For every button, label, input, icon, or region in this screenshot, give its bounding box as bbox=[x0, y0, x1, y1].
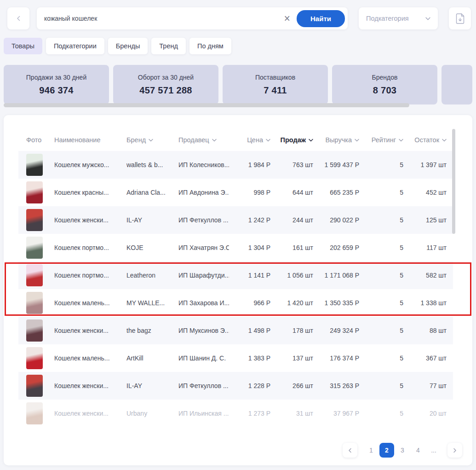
product-name[interactable]: Кошелек портмо... bbox=[54, 272, 126, 279]
pagination-page-...[interactable]: ... bbox=[426, 443, 441, 458]
product-stock: 88 шт bbox=[403, 327, 447, 334]
column-header[interactable]: Бренд bbox=[126, 136, 178, 144]
stat-value: 8 703 bbox=[373, 85, 397, 96]
product-photo-cell[interactable] bbox=[26, 402, 54, 424]
products-table-card: ФотоНаименованиеБрендПродавецЦенаПродажВ… bbox=[4, 115, 472, 465]
export-button[interactable] bbox=[449, 7, 471, 29]
product-sales: 1 420 шт bbox=[270, 299, 313, 307]
search-input[interactable] bbox=[44, 15, 281, 22]
table-row[interactable]: Кошелек портмо... Leatheron ИП Шарафутди… bbox=[18, 261, 453, 289]
clear-search-icon[interactable]: × bbox=[281, 13, 297, 24]
table-row[interactable]: Кошелек портмо... KOJE ИП Хачатрян Э.С. … bbox=[18, 234, 453, 261]
product-photo bbox=[26, 264, 43, 286]
tab-0[interactable]: Товары bbox=[4, 38, 42, 54]
product-name[interactable]: Кошелек малень... bbox=[54, 299, 126, 307]
tab-2[interactable]: Бренды bbox=[108, 38, 148, 54]
product-price: 966 Р bbox=[229, 299, 270, 307]
table-row[interactable]: Кошелек малень... MY WALLE... ИП Захаров… bbox=[18, 289, 453, 317]
horizontal-scrollbar[interactable] bbox=[4, 103, 409, 107]
product-photo bbox=[26, 402, 43, 424]
product-name[interactable]: Кошелек мужско... bbox=[54, 161, 126, 168]
pagination-page-3[interactable]: 3 bbox=[395, 443, 410, 458]
product-photo-cell[interactable] bbox=[26, 209, 54, 231]
product-sales: 31 шт bbox=[270, 410, 313, 417]
product-revenue: 37 967 Р bbox=[313, 410, 359, 417]
product-photo bbox=[26, 181, 43, 203]
subcategory-dropdown[interactable]: Подкатегория bbox=[359, 7, 438, 29]
product-brand: the bagz bbox=[126, 327, 178, 334]
product-photo bbox=[26, 347, 43, 369]
column-header[interactable]: Рейтинг bbox=[359, 136, 403, 144]
column-header[interactable]: Продавец bbox=[178, 136, 229, 144]
tab-3[interactable]: Тренд bbox=[151, 38, 186, 54]
column-header[interactable]: Продаж bbox=[270, 136, 313, 144]
vertical-scrollbar[interactable] bbox=[452, 129, 455, 234]
product-price: 1 304 Р bbox=[229, 244, 270, 251]
column-header[interactable]: Цена bbox=[229, 136, 270, 144]
table-row[interactable]: Кошелек мужско... wallets & b... ИП Коле… bbox=[18, 151, 453, 179]
product-stock: 125 шт bbox=[403, 216, 447, 224]
table-row[interactable]: Кошелек женски... Urbany ИП Ильинская ..… bbox=[18, 400, 453, 427]
product-price: 998 Р bbox=[229, 189, 270, 196]
product-name[interactable]: Кошелек портмо... bbox=[54, 244, 126, 251]
stat-card: Продажи за 30 дней 946 374 bbox=[4, 65, 109, 104]
product-seller: ИП Колесников... bbox=[178, 161, 229, 168]
product-price: 1 984 Р bbox=[229, 161, 270, 168]
column-header-label: Наименование bbox=[54, 136, 101, 144]
product-photo-cell[interactable] bbox=[26, 347, 54, 369]
product-photo-cell[interactable] bbox=[26, 181, 54, 203]
product-seller: ИП Шарафутди... bbox=[178, 272, 229, 279]
product-brand: Urbany bbox=[126, 410, 178, 417]
product-brand: wallets & b... bbox=[126, 161, 178, 168]
product-sales: 1 056 шт bbox=[270, 272, 313, 279]
column-header-label: Рейтинг bbox=[372, 136, 396, 144]
product-revenue: 665 235 Р bbox=[313, 189, 359, 196]
product-name[interactable]: Кошелек малень... bbox=[54, 354, 126, 362]
product-name[interactable]: Кошелек женски... bbox=[54, 410, 126, 417]
table-row[interactable]: Кошелек красны... Adriana Cla... ИП Авдо… bbox=[18, 179, 453, 206]
pagination-page-2[interactable]: 2 bbox=[379, 443, 394, 458]
table-row[interactable]: Кошелек женски... IL-AY ИП Феткуллов ...… bbox=[18, 206, 453, 234]
table-row[interactable]: Кошелек женски... the bagz ИП Муксинов Э… bbox=[18, 317, 453, 344]
product-name[interactable]: Кошелек женски... bbox=[54, 216, 126, 224]
pagination-prev-button[interactable] bbox=[343, 443, 357, 458]
column-header-label: Продавец bbox=[178, 136, 209, 144]
product-stock: 20 шт bbox=[403, 410, 447, 417]
pagination-next-button[interactable] bbox=[447, 443, 462, 458]
product-name[interactable]: Кошелек красны... bbox=[54, 189, 126, 196]
column-header-label: Остаток bbox=[414, 136, 439, 144]
product-name[interactable]: Кошелек женски... bbox=[54, 382, 126, 389]
product-rating: 5 bbox=[359, 161, 403, 168]
column-header[interactable]: Выручка bbox=[313, 136, 359, 144]
product-brand: MY WALLE... bbox=[126, 299, 178, 307]
product-brand: KOJE bbox=[126, 244, 178, 251]
product-photo-cell[interactable] bbox=[26, 292, 54, 314]
table-row[interactable]: Кошелек малень... ArtKill ИП Шанин Д. С.… bbox=[18, 344, 453, 372]
column-header[interactable]: Остаток bbox=[403, 136, 447, 144]
product-price: 1 228 Р bbox=[229, 382, 270, 389]
stat-label: Брендов bbox=[372, 74, 398, 81]
product-photo-cell[interactable] bbox=[26, 319, 54, 342]
table-header: ФотоНаименованиеБрендПродавецЦенаПродажВ… bbox=[18, 129, 453, 151]
product-photo-cell[interactable] bbox=[26, 237, 54, 259]
product-brand: IL-AY bbox=[126, 382, 178, 389]
pagination-page-4[interactable]: 4 bbox=[411, 443, 425, 458]
chevron-icon bbox=[453, 448, 457, 453]
pagination-page-1[interactable]: 1 bbox=[364, 443, 379, 458]
back-button[interactable] bbox=[7, 7, 29, 29]
product-name[interactable]: Кошелек женски... bbox=[54, 327, 126, 334]
product-sales: 161 шт bbox=[270, 244, 313, 251]
table-row[interactable]: Кошелек женски... IL-AY ИП Феткуллов ...… bbox=[18, 372, 453, 400]
stat-value: 7 411 bbox=[264, 85, 287, 96]
product-photo-cell[interactable] bbox=[26, 154, 54, 176]
product-stock: 452 шт bbox=[403, 189, 447, 196]
product-rating: 5 bbox=[359, 244, 403, 251]
tab-4[interactable]: По дням bbox=[189, 38, 231, 54]
product-photo-cell[interactable] bbox=[26, 264, 54, 286]
tab-1[interactable]: Подкатегории bbox=[46, 38, 104, 54]
find-button[interactable]: Найти bbox=[297, 10, 345, 27]
product-seller: ИП Феткуллов ... bbox=[178, 382, 229, 389]
product-photo-cell[interactable] bbox=[26, 375, 54, 397]
column-header-label: Продаж bbox=[281, 136, 306, 144]
product-rating: 5 bbox=[359, 382, 403, 389]
